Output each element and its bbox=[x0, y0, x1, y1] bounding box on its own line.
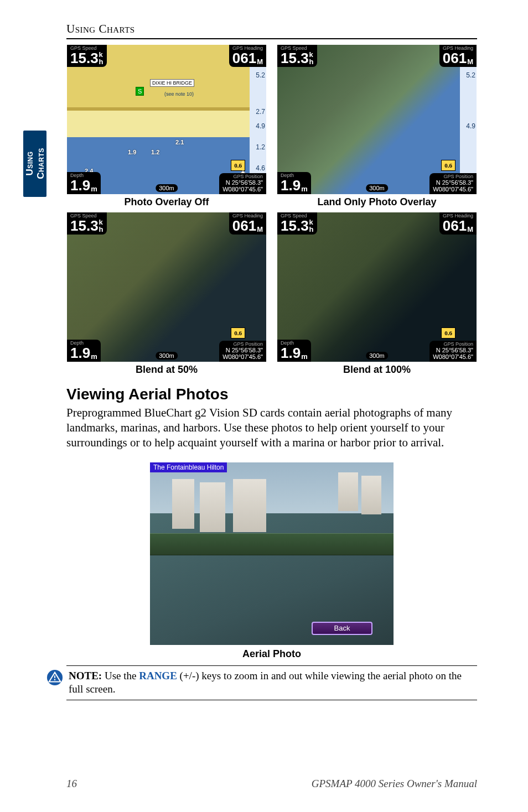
bridge-label: DIXIE HI BRIDGE bbox=[150, 79, 194, 87]
warning-icon bbox=[46, 669, 63, 686]
caption: Land Only Photo Overlay bbox=[317, 196, 436, 208]
clearance-value: 0.6 bbox=[444, 330, 452, 336]
gps-heading-box: GPS Heading061M bbox=[439, 212, 477, 235]
body-paragraph: Preprogrammed BlueChart g2 Vision SD car… bbox=[66, 405, 477, 450]
depth-box: Depth1.9m bbox=[277, 172, 311, 194]
chart-screenshot: 0.6 GPS Speed15.3kh GPS Heading061M Dept… bbox=[67, 212, 266, 362]
clearance-icon: 0.6 bbox=[231, 160, 245, 171]
svg-point-1 bbox=[54, 679, 56, 680]
gps-speed-box: GPS Speed15.3kh bbox=[67, 212, 107, 235]
aerial-photo-figure: The Fontainbleau Hilton Back Aerial Phot… bbox=[66, 462, 477, 660]
gps-speed-box: GPS Speed15.3kh bbox=[277, 212, 317, 235]
depth-sounding: 2.1 bbox=[175, 139, 184, 145]
depth-unit: m bbox=[91, 185, 97, 192]
screenshot-grid: 5.2 2.7 4.9 1.2 4.6 DIXIE HI BRIDGE (see… bbox=[66, 45, 477, 376]
chart-screenshot: 5.2 2.7 4.9 1.2 4.6 DIXIE HI BRIDGE (see… bbox=[67, 45, 266, 194]
clearance-icon: 0.6 bbox=[231, 327, 245, 339]
gps-position-label: GPS Position bbox=[222, 174, 263, 179]
note-lead: NOTE: bbox=[69, 670, 102, 681]
depth-reading: 4.9 bbox=[466, 122, 475, 130]
section-heading: Viewing Aerial Photos bbox=[66, 386, 477, 403]
gps-speed-value: 15.3 bbox=[70, 51, 99, 65]
aerial-title: The Fontainbleau Hilton bbox=[150, 462, 227, 472]
running-head: Using Charts bbox=[66, 22, 477, 39]
depth-sounding: 1.2 bbox=[151, 149, 159, 155]
caption: Blend at 100% bbox=[343, 364, 411, 376]
side-tab-text: Using Charts bbox=[24, 148, 45, 180]
side-tab-line1: Using bbox=[24, 152, 34, 176]
map-scale: 300m bbox=[366, 352, 388, 360]
clearance-value: 0.6 bbox=[234, 162, 242, 169]
map-scale: 300m bbox=[156, 184, 178, 192]
note-pre: Use the bbox=[102, 670, 139, 681]
map-note: (see note 10) bbox=[164, 91, 194, 97]
depth-reading: 1.2 bbox=[256, 143, 265, 151]
note-box: NOTE: Use the RANGE (+/-) keys to zoom i… bbox=[66, 665, 477, 700]
note-text: NOTE: Use the RANGE (+/-) keys to zoom i… bbox=[69, 669, 477, 696]
heading-unit: M bbox=[257, 58, 263, 65]
caption: Photo Overlay Off bbox=[124, 196, 209, 208]
gps-heading-box: GPS Heading061M bbox=[229, 45, 266, 67]
aerial-photo: The Fontainbleau Hilton Back bbox=[150, 462, 394, 645]
screenshot-blend-50: 0.6 GPS Speed15.3kh GPS Heading061M Dept… bbox=[66, 212, 267, 376]
manual-title: GPSMAP 4000 Series Owner's Manual bbox=[312, 778, 477, 790]
gps-position-box: GPS PositionN 25°56'58.3"W080°07'45.6" bbox=[219, 341, 266, 362]
gps-lon: W080°07'45.6" bbox=[222, 186, 263, 192]
depth-box: Depth1.9m bbox=[67, 172, 101, 194]
depth-box: Depth1.9m bbox=[277, 340, 311, 362]
page-footer: 16 GPSMAP 4000 Series Owner's Manual bbox=[66, 778, 477, 790]
gps-heading-box: GPS Heading061M bbox=[229, 212, 266, 235]
side-tab-line2: Charts bbox=[35, 148, 45, 180]
depth-value: 1.9 bbox=[70, 178, 90, 192]
depth-reading: 4.6 bbox=[256, 164, 265, 172]
depth-reading: 5.2 bbox=[256, 71, 265, 79]
gps-heading-value: 061 bbox=[232, 51, 256, 65]
clearance-icon: 0.6 bbox=[441, 160, 455, 171]
chart-screenshot: 0.6 GPS Speed15.3kh GPS Heading061M Dept… bbox=[277, 212, 477, 362]
gps-speed-box: GPS Speed15.3kh bbox=[67, 45, 107, 67]
clearance-icon: 0.6 bbox=[441, 327, 455, 339]
gps-position-box: GPS PositionN 25°56'58.3"W080°07'45.6" bbox=[429, 341, 477, 362]
side-tab: Using Charts bbox=[23, 131, 46, 197]
screenshot-photo-overlay-off: 5.2 2.7 4.9 1.2 4.6 DIXIE HI BRIDGE (see… bbox=[66, 45, 267, 208]
aerial-caption: Aerial Photo bbox=[242, 648, 301, 660]
page-number: 16 bbox=[66, 778, 77, 790]
gps-position-box: GPS PositionN 25°56'58.3"W080°07'45.6" bbox=[429, 173, 477, 194]
clearance-value: 0.6 bbox=[234, 330, 242, 336]
screenshot-land-only: 5.2 4.9 0.6 GPS Speed15.3kh GPS Heading0… bbox=[277, 45, 477, 208]
map-scale: 300m bbox=[156, 352, 178, 360]
gps-heading-box: GPS Heading061M bbox=[439, 45, 477, 67]
back-button[interactable]: Back bbox=[312, 622, 372, 635]
screenshot-blend-100: 0.6 GPS Speed15.3kh GPS Heading061M Dept… bbox=[277, 212, 477, 376]
gps-lat: N 25°56'58.3" bbox=[222, 179, 263, 186]
depth-reading: 4.9 bbox=[256, 122, 265, 130]
map-scale: 300m bbox=[366, 184, 388, 192]
nav-marker: S bbox=[136, 87, 144, 96]
svg-rect-2 bbox=[54, 675, 55, 678]
depth-reading: 5.2 bbox=[466, 71, 475, 79]
depth-reading: 2.7 bbox=[256, 108, 265, 116]
caption: Blend at 50% bbox=[136, 364, 198, 376]
gps-position-box: GPS PositionN 25°56'58.3"W080°07'45.6" bbox=[219, 173, 266, 194]
speed-unit: h bbox=[99, 58, 103, 66]
chart-screenshot: 5.2 4.9 0.6 GPS Speed15.3kh GPS Heading0… bbox=[277, 45, 477, 194]
clearance-value: 0.6 bbox=[444, 162, 452, 169]
depth-sounding: 1.9 bbox=[128, 149, 136, 155]
gps-speed-box: GPS Speed15.3kh bbox=[277, 45, 317, 67]
range-keyword: RANGE bbox=[139, 670, 177, 681]
depth-box: Depth1.9m bbox=[67, 340, 101, 362]
